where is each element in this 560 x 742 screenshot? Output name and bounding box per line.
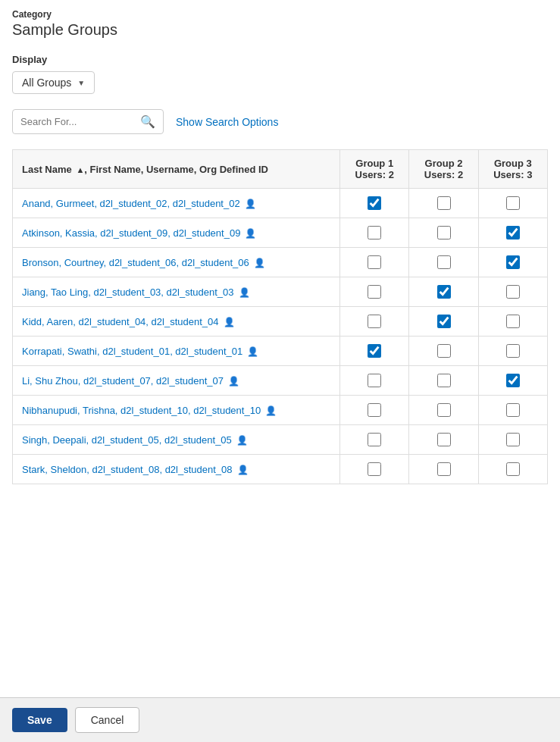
sort-asc-icon: ▲ xyxy=(76,165,84,174)
checkbox-cell-group3-row-9[interactable] xyxy=(478,455,547,484)
col-header-group1: Group 1 Users: 2 xyxy=(340,150,409,189)
checkbox-group1-row-9[interactable] xyxy=(368,462,381,476)
checkbox-cell-group2-row-0[interactable] xyxy=(409,189,478,218)
checkbox-group1-row-2[interactable] xyxy=(368,255,381,269)
checkbox-cell-group3-row-6[interactable] xyxy=(478,366,547,396)
display-label: Display xyxy=(12,54,548,65)
show-search-options-link[interactable]: Show Search Options xyxy=(176,116,278,128)
table-row: Nibhanupudi, Trishna, d2l_student_10, d2… xyxy=(13,396,548,425)
student-name-cell: Jiang, Tao Ling, d2l_student_03, d2l_stu… xyxy=(13,277,340,307)
student-name[interactable]: Li, Shu Zhou, d2l_student_07, d2l_studen… xyxy=(22,375,224,387)
save-button[interactable]: Save xyxy=(12,708,67,732)
search-box: 🔍 xyxy=(12,109,164,134)
student-name[interactable]: Atkinson, Kassia, d2l_student_09, d2l_st… xyxy=(22,227,240,239)
checkbox-cell-group2-row-7[interactable] xyxy=(409,396,478,425)
checkbox-cell-group2-row-3[interactable] xyxy=(409,277,478,307)
checkbox-group3-row-9[interactable] xyxy=(506,462,520,476)
checkbox-cell-group1-row-9[interactable] xyxy=(340,455,409,484)
checkbox-group3-row-8[interactable] xyxy=(506,433,520,446)
checkbox-cell-group2-row-5[interactable] xyxy=(409,337,478,366)
checkbox-group3-row-5[interactable] xyxy=(506,344,520,358)
user-icon: 👤 xyxy=(245,228,256,239)
checkbox-group3-row-2[interactable] xyxy=(506,255,520,269)
student-name[interactable]: Nibhanupudi, Trishna, d2l_student_10, d2… xyxy=(22,405,261,416)
student-name[interactable]: Kidd, Aaren, d2l_student_04, d2l_student… xyxy=(22,316,219,327)
student-name[interactable]: Bronson, Courtney, d2l_student_06, d2l_s… xyxy=(22,257,249,268)
checkbox-group3-row-6[interactable] xyxy=(506,374,520,387)
user-icon: 👤 xyxy=(224,317,235,327)
search-input[interactable] xyxy=(20,116,137,127)
checkbox-cell-group2-row-9[interactable] xyxy=(409,455,478,484)
checkbox-cell-group1-row-5[interactable] xyxy=(340,337,409,366)
checkbox-group3-row-7[interactable] xyxy=(506,403,520,417)
checkbox-cell-group2-row-1[interactable] xyxy=(409,218,478,248)
table-row: Anand, Gurmeet, d2l_student_02, d2l_stud… xyxy=(13,189,548,218)
user-icon: 👤 xyxy=(228,376,239,387)
checkbox-group3-row-1[interactable] xyxy=(506,226,520,240)
checkbox-cell-group1-row-1[interactable] xyxy=(340,218,409,248)
checkbox-group1-row-4[interactable] xyxy=(368,315,381,328)
table-row: Li, Shu Zhou, d2l_student_07, d2l_studen… xyxy=(13,366,548,396)
student-name[interactable]: Korrapati, Swathi, d2l_student_01, d2l_s… xyxy=(22,346,242,357)
checkbox-group1-row-1[interactable] xyxy=(368,226,381,240)
dropdown-value: All Groups xyxy=(22,77,71,89)
checkbox-cell-group1-row-0[interactable] xyxy=(340,189,409,218)
checkbox-cell-group2-row-8[interactable] xyxy=(409,425,478,455)
student-name-cell: Bronson, Courtney, d2l_student_06, d2l_s… xyxy=(13,248,340,277)
checkbox-cell-group1-row-4[interactable] xyxy=(340,307,409,337)
checkbox-group2-row-3[interactable] xyxy=(437,285,451,299)
checkbox-group2-row-5[interactable] xyxy=(437,344,451,358)
checkbox-group2-row-9[interactable] xyxy=(437,462,451,476)
all-groups-dropdown[interactable]: All Groups ▼ xyxy=(12,71,95,94)
checkbox-cell-group2-row-2[interactable] xyxy=(409,248,478,277)
checkbox-cell-group1-row-6[interactable] xyxy=(340,366,409,396)
checkbox-cell-group3-row-3[interactable] xyxy=(478,277,547,307)
checkbox-group1-row-0[interactable] xyxy=(368,196,381,210)
checkbox-group1-row-6[interactable] xyxy=(368,374,381,387)
checkbox-cell-group2-row-4[interactable] xyxy=(409,307,478,337)
user-icon: 👤 xyxy=(265,405,277,416)
checkbox-cell-group3-row-4[interactable] xyxy=(478,307,547,337)
student-name[interactable]: Anand, Gurmeet, d2l_student_02, d2l_stud… xyxy=(22,198,240,209)
student-name[interactable]: Singh, Deepali, d2l_student_05, d2l_stud… xyxy=(22,434,232,446)
checkbox-group2-row-6[interactable] xyxy=(437,374,451,387)
checkbox-cell-group1-row-7[interactable] xyxy=(340,396,409,425)
col-header-name: Last Name ▲, First Name, Username, Org D… xyxy=(13,150,340,189)
checkbox-group1-row-3[interactable] xyxy=(368,285,381,299)
user-icon: 👤 xyxy=(254,258,265,268)
groups-table: Last Name ▲, First Name, Username, Org D… xyxy=(12,149,548,484)
checkbox-group3-row-3[interactable] xyxy=(506,285,520,299)
checkbox-cell-group3-row-0[interactable] xyxy=(478,189,547,218)
user-icon: 👤 xyxy=(239,287,250,298)
table-row: Stark, Sheldon, d2l_student_08, d2l_stud… xyxy=(13,455,548,484)
checkbox-group2-row-7[interactable] xyxy=(437,403,451,417)
student-name-cell: Singh, Deepali, d2l_student_05, d2l_stud… xyxy=(13,425,340,455)
student-name-cell: Atkinson, Kassia, d2l_student_09, d2l_st… xyxy=(13,218,340,248)
checkbox-cell-group2-row-6[interactable] xyxy=(409,366,478,396)
checkbox-group2-row-2[interactable] xyxy=(437,255,451,269)
checkbox-group3-row-0[interactable] xyxy=(506,196,520,210)
page-title: Sample Groups xyxy=(12,21,548,39)
student-name-cell: Anand, Gurmeet, d2l_student_02, d2l_stud… xyxy=(13,189,340,218)
checkbox-cell-group3-row-1[interactable] xyxy=(478,218,547,248)
checkbox-cell-group3-row-2[interactable] xyxy=(478,248,547,277)
checkbox-group3-row-4[interactable] xyxy=(506,315,520,328)
cancel-button[interactable]: Cancel xyxy=(75,707,140,733)
checkbox-cell-group3-row-7[interactable] xyxy=(478,396,547,425)
checkbox-group2-row-0[interactable] xyxy=(437,196,451,210)
search-button[interactable]: 🔍 xyxy=(140,114,155,129)
checkbox-group1-row-8[interactable] xyxy=(368,433,381,446)
checkbox-group1-row-7[interactable] xyxy=(368,403,381,417)
checkbox-cell-group3-row-8[interactable] xyxy=(478,425,547,455)
student-name[interactable]: Jiang, Tao Ling, d2l_student_03, d2l_stu… xyxy=(22,286,234,298)
checkbox-group2-row-8[interactable] xyxy=(437,433,451,446)
checkbox-group2-row-1[interactable] xyxy=(437,226,451,240)
checkbox-cell-group3-row-5[interactable] xyxy=(478,337,547,366)
checkbox-group2-row-4[interactable] xyxy=(437,315,451,328)
checkbox-group1-row-5[interactable] xyxy=(368,344,381,358)
checkbox-cell-group1-row-3[interactable] xyxy=(340,277,409,307)
student-name[interactable]: Stark, Sheldon, d2l_student_08, d2l_stud… xyxy=(22,464,233,475)
checkbox-cell-group1-row-8[interactable] xyxy=(340,425,409,455)
checkbox-cell-group1-row-2[interactable] xyxy=(340,248,409,277)
table-row: Singh, Deepali, d2l_student_05, d2l_stud… xyxy=(13,425,548,455)
